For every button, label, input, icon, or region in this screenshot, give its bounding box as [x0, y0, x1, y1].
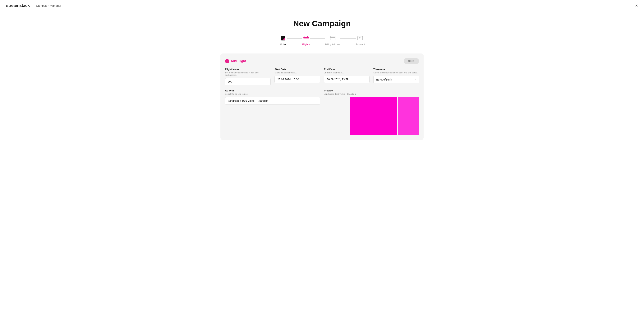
ad-unit-label: Ad Unit	[225, 89, 320, 92]
end-date-input[interactable]	[324, 76, 370, 83]
order-icon	[279, 34, 287, 42]
form-row-2: Ad Unit Select the ad unit to use. Lands…	[225, 89, 419, 135]
svg-rect-2	[282, 38, 284, 38]
ad-unit-group: Ad Unit Select the ad unit to use. Lands…	[225, 89, 320, 135]
header-left: streamstack Campaign Manager	[6, 3, 61, 8]
flight-name-label: Flight Name	[225, 68, 271, 71]
ad-unit-dots-icon: ···	[314, 99, 317, 102]
end-date-label: End Date	[324, 68, 370, 71]
step-order-label: Order	[280, 43, 286, 46]
start-date-label: Start Date	[274, 68, 320, 71]
form-row-1: Flight Name Set the name to be used in l…	[225, 68, 419, 85]
end-date-group: End Date Ends not later than ...	[324, 68, 370, 85]
end-date-hint: Ends not later than ...	[324, 72, 370, 74]
add-flight-label: Add Flight	[231, 60, 246, 63]
payment-icon	[356, 34, 364, 42]
svg-rect-5	[304, 38, 309, 39]
timezone-hint: Select the timezone for the start and en…	[373, 72, 419, 74]
add-flight-icon: +	[225, 59, 229, 63]
preview-hint: Landscape 16:9 Video + Branding	[324, 93, 419, 95]
preview-label: Preview	[324, 89, 419, 92]
preview-area	[324, 97, 419, 135]
page-title-wrap: New Campaign	[0, 11, 644, 34]
add-flight-button[interactable]: + Add Flight	[225, 59, 246, 63]
timezone-dots-icon: ···	[412, 78, 416, 81]
start-date-input[interactable]	[274, 76, 320, 83]
connector-3	[340, 38, 356, 38]
connector-1	[287, 38, 302, 38]
logo: streamstack	[6, 3, 30, 8]
skip-button[interactable]: SKIP	[404, 58, 419, 64]
flights-section: + Add Flight SKIP Flight Name Set the na…	[220, 54, 424, 140]
svg-rect-1	[282, 37, 284, 38]
step-flights-label: Flights	[302, 43, 310, 46]
svg-rect-4	[304, 37, 309, 38]
header: streamstack Campaign Manager ×	[0, 0, 644, 11]
step-payment[interactable]: Payment	[356, 34, 365, 46]
step-order[interactable]: Order	[279, 34, 287, 46]
svg-rect-10	[331, 39, 332, 39]
preview-block-left	[350, 97, 397, 135]
connector-2	[310, 38, 325, 38]
flight-form: Flight Name Set the name to be used in l…	[225, 68, 419, 135]
header-divider	[33, 3, 33, 8]
section-header: + Add Flight SKIP	[225, 58, 419, 64]
step-billing-label: Billing Address	[325, 43, 340, 46]
step-billing[interactable]: Billing Address	[325, 34, 340, 46]
stepper: Order Flights Billing Address	[0, 34, 644, 46]
timezone-value: Europe/Berlin	[376, 78, 412, 81]
step-flights[interactable]: Flights	[302, 34, 310, 46]
start-date-hint: Starts not earlier than ...	[274, 72, 320, 74]
close-button[interactable]: ×	[635, 3, 638, 8]
timezone-label: Timezone	[373, 68, 419, 71]
svg-rect-7	[307, 36, 308, 38]
ad-unit-value: Landscape 16:9 Video + Branding	[228, 99, 314, 102]
svg-rect-9	[330, 38, 335, 38]
ad-unit-hint: Select the ad unit to use.	[225, 93, 320, 95]
flight-name-hint: Set the name to be used in lists and das…	[225, 72, 271, 76]
timezone-group: Timezone Select the timezone for the sta…	[373, 68, 419, 85]
main-content: + Add Flight SKIP Flight Name Set the na…	[216, 54, 428, 148]
page-title: New Campaign	[0, 19, 644, 28]
billing-icon	[329, 34, 336, 42]
preview-block-right	[398, 97, 419, 135]
flight-name-input[interactable]	[225, 78, 271, 85]
timezone-select[interactable]: Europe/Berlin ···	[373, 76, 419, 84]
ad-unit-select[interactable]: Landscape 16:9 Video + Branding ···	[225, 97, 320, 105]
flight-name-group: Flight Name Set the name to be used in l…	[225, 68, 271, 85]
preview-image	[350, 97, 419, 135]
svg-rect-6	[304, 36, 305, 38]
flights-icon	[302, 34, 310, 42]
step-payment-label: Payment	[356, 43, 365, 46]
start-date-group: Start Date Starts not earlier than ...	[274, 68, 320, 85]
preview-group: Preview Landscape 16:9 Video + Branding	[324, 89, 419, 135]
header-subtitle: Campaign Manager	[36, 4, 61, 7]
